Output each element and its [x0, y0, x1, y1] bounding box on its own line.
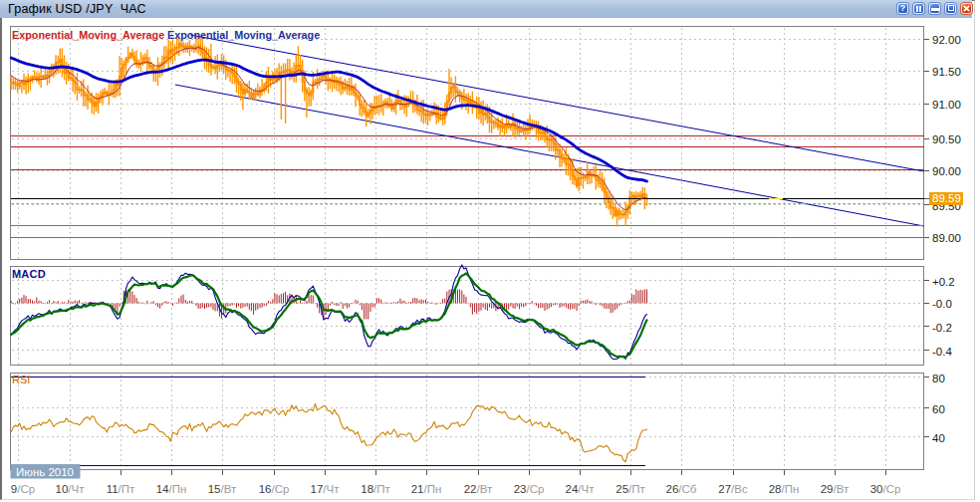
svg-text:22/Вт: 22/Вт	[464, 483, 493, 495]
svg-text:-0.2: -0.2	[932, 322, 952, 334]
svg-text:9/Ср: 9/Ср	[11, 483, 35, 495]
svg-text:-0.4: -0.4	[932, 346, 952, 358]
svg-text:40: 40	[932, 432, 945, 444]
svg-text:11/Пт: 11/Пт	[107, 483, 135, 495]
svg-text:27/Вс: 27/Вс	[718, 483, 748, 495]
svg-text:91.00: 91.00	[932, 99, 961, 111]
svg-text:15/Вт: 15/Вт	[208, 483, 237, 495]
svg-text:24/Чт: 24/Чт	[566, 483, 596, 495]
svg-text:17/Чт: 17/Чт	[311, 483, 341, 495]
svg-text:+0.2: +0.2	[932, 276, 955, 288]
svg-text:21/Пн: 21/Пн	[411, 483, 442, 495]
svg-text:90.50: 90.50	[932, 133, 961, 145]
svg-text:90.00: 90.00	[932, 165, 961, 177]
svg-text:23/Ср: 23/Ср	[514, 483, 545, 495]
svg-text:89.59: 89.59	[932, 192, 961, 204]
svg-text:25/Пт: 25/Пт	[615, 483, 645, 495]
svg-text:16/Ср: 16/Ср	[259, 483, 290, 495]
svg-text:60: 60	[932, 403, 945, 415]
svg-text:Июнь 2010: Июнь 2010	[16, 466, 74, 478]
svg-text:14/Пн: 14/Пн	[156, 483, 187, 495]
svg-text:Exponential_Moving_Average: Exponential_Moving_Average	[167, 29, 320, 41]
svg-text:MACD: MACD	[12, 268, 46, 280]
svg-text:80: 80	[932, 373, 945, 384]
svg-text:Exponential_Moving_Average: Exponential_Moving_Average	[12, 29, 164, 41]
svg-text:10/Чт: 10/Чт	[56, 483, 86, 495]
svg-text:89.00: 89.00	[932, 232, 961, 244]
svg-text:18/Пт: 18/Пт	[361, 483, 390, 495]
svg-text:30/Ср: 30/Ср	[870, 483, 901, 495]
svg-text:RSI: RSI	[12, 374, 30, 385]
svg-text:29/Вт: 29/Вт	[821, 483, 850, 495]
svg-text:-0.0: -0.0	[932, 298, 952, 310]
svg-text:92.00: 92.00	[932, 34, 961, 46]
svg-text:26/Сб: 26/Сб	[666, 483, 697, 495]
svg-text:91.50: 91.50	[932, 66, 961, 78]
svg-text:28/Пн: 28/Пн	[769, 483, 800, 495]
